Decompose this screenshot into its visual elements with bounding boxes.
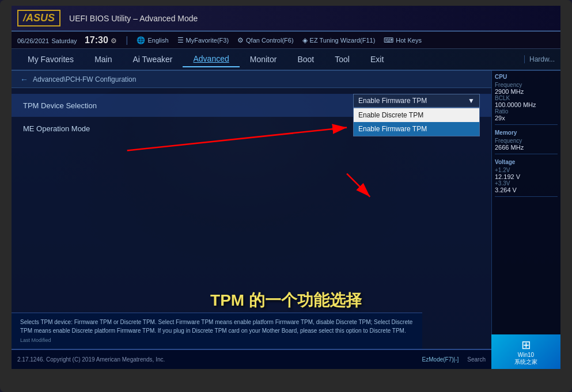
settings-area: TPM Device Selection Enable Firmware TPM…	[12, 88, 491, 146]
bios-title: UEFI BIOS Utility – Advanced Mode	[69, 14, 555, 23]
bios-interface: /ASUS UEFI BIOS Utility – Advanced Mode …	[12, 6, 560, 369]
nav-boot[interactable]: Boot	[287, 52, 324, 67]
back-arrow-icon[interactable]: ←	[20, 75, 28, 84]
nav-menu: My Favorites Main Ai Tweaker Advanced Mo…	[12, 49, 560, 71]
datetime-display: 06/26/2021 Saturday 17:30 ⚙	[17, 35, 117, 45]
breadcrumb: ← Advanced\PCH-FW Configuration	[12, 71, 491, 88]
nav-exit[interactable]: Exit	[360, 52, 394, 67]
myfavorite-button[interactable]: ☰ MyFavorite(F3)	[177, 36, 229, 44]
eztuning-button[interactable]: ◈ EZ Tuning Wizard(F11)	[302, 36, 376, 44]
day-display: Saturday	[52, 37, 77, 44]
nav-advanced[interactable]: Advanced	[183, 51, 239, 67]
tpm-option-firmware[interactable]: Enable Firmware TPM	[354, 122, 479, 136]
nav-my-favorites[interactable]: My Favorites	[17, 52, 84, 67]
qfan-button[interactable]: ⚙ Qfan Control(F6)	[237, 36, 294, 44]
nav-monitor[interactable]: Monitor	[240, 52, 287, 67]
time-display: 17:30	[85, 35, 108, 45]
voltage-section: Voltage +1.2V 12.192 V +3.3V 3.264 V	[495, 159, 558, 197]
header-bar: /ASUS UEFI BIOS Utility – Advanced Mode	[12, 6, 560, 32]
keyboard-icon: ⌨	[384, 36, 393, 44]
tpm-dropdown-value: Enable Firmware TPM	[358, 97, 427, 105]
cpu-freq-value: 2900 MHz	[495, 88, 558, 95]
language-label: English	[147, 37, 168, 44]
cpu-ratio-label: Ratio	[495, 108, 558, 115]
cpu-section: CPU Frequency 2900 MHz BCLK 100.0000 MHz…	[495, 74, 558, 125]
description-text: Selects TPM device: Firmware TPM or Disc…	[20, 318, 414, 335]
qfan-label: Qfan Control(F6)	[246, 37, 294, 44]
svg-line-1	[347, 174, 370, 197]
screen: /ASUS UEFI BIOS Utility – Advanced Mode …	[12, 6, 560, 369]
cpu-freq-label: Frequency	[495, 82, 558, 88]
tpm-device-row: TPM Device Selection Enable Firmware TPM…	[12, 94, 491, 117]
tpm-dropdown-options: Enable Discrete TPM Enable Firmware TPM	[353, 108, 480, 136]
v12-label: +1.2V	[495, 167, 558, 173]
eztuning-label: EZ Tuning Wizard(F11)	[310, 37, 376, 44]
win10-label: Win10 系统之家	[514, 352, 537, 366]
toolbar-row: 06/26/2021 Saturday 17:30 ⚙ | 🌐 English …	[12, 32, 560, 49]
win10-line2: 系统之家	[514, 359, 537, 365]
wand-icon: ◈	[302, 36, 308, 44]
cpu-title: CPU	[495, 74, 558, 80]
nav-main[interactable]: Main	[84, 52, 122, 67]
voltage-title: Voltage	[495, 159, 558, 165]
nav-ai-tweaker[interactable]: Ai Tweaker	[122, 52, 183, 67]
monitor-bezel: /ASUS UEFI BIOS Utility – Advanced Mode …	[0, 0, 572, 392]
tpm-dropdown-container: Enable Firmware TPM ▼ Enable Discrete TP…	[353, 94, 480, 136]
asus-logo: /ASUS	[17, 10, 60, 26]
memory-title: Memory	[495, 130, 558, 136]
right-sidebar: CPU Frequency 2900 MHz BCLK 100.0000 MHz…	[491, 71, 560, 369]
search-button[interactable]: Search	[467, 356, 486, 363]
hotkeys-button[interactable]: ⌨ Hot Keys	[384, 36, 422, 44]
v33-label: +3.3V	[495, 180, 558, 187]
favorite-icon: ☰	[177, 36, 184, 44]
breadcrumb-text: Advanced\PCH-FW Configuration	[33, 75, 136, 83]
divider-1: |	[126, 35, 128, 45]
mem-freq-value: 2666 MHz	[495, 144, 558, 151]
chinese-subtitle: TPM 的一个功能选择	[210, 290, 362, 311]
copyright-text: 2.17.1246. Copyright (C) 2019 American M…	[17, 356, 422, 363]
win10-logo-icon: ⊞	[521, 338, 531, 352]
cpu-bclk-value: 100.0000 MHz	[495, 101, 558, 108]
language-selector[interactable]: 🌐 English	[137, 36, 168, 44]
gear-icon[interactable]: ⚙	[111, 37, 117, 45]
win10-badge: ⊞ Win10 系统之家	[491, 334, 560, 369]
v33-value: 3.264 V	[495, 187, 558, 193]
win10-line1: Win10	[518, 352, 534, 358]
bottom-bar: 2.17.1246. Copyright (C) 2019 American M…	[12, 349, 491, 369]
mem-freq-label: Frequency	[495, 138, 558, 144]
memory-section: Memory Frequency 2666 MHz	[495, 130, 558, 154]
tpm-device-label: TPM Device Selection	[23, 101, 196, 110]
fan-icon: ⚙	[237, 36, 244, 44]
hotkeys-label: Hot Keys	[396, 37, 422, 44]
last-modified-label: Last Modified	[20, 337, 414, 345]
description-bar: Selects TPM device: Firmware TPM or Disc…	[12, 313, 422, 349]
tpm-option-discrete[interactable]: Enable Discrete TPM	[354, 108, 479, 122]
v12-value: 12.192 V	[495, 173, 558, 180]
nav-tool[interactable]: Tool	[324, 52, 360, 67]
cpu-ratio-value: 29x	[495, 115, 558, 121]
dropdown-arrow-icon: ▼	[468, 97, 475, 105]
myfavorite-label: MyFavorite(F3)	[186, 37, 229, 44]
ezmode-button[interactable]: EzMode(F7)|-]	[422, 356, 459, 363]
cpu-bclk-label: BCLK	[495, 95, 558, 101]
content-area: ← Advanced\PCH-FW Configuration TPM Devi…	[12, 71, 560, 369]
tpm-dropdown-selected[interactable]: Enable Firmware TPM ▼	[353, 94, 480, 108]
date-display: 06/26/2021	[17, 37, 49, 44]
hardware-label: Hardw...	[524, 55, 555, 63]
globe-icon: 🌐	[137, 36, 145, 44]
main-content: ← Advanced\PCH-FW Configuration TPM Devi…	[12, 71, 491, 369]
me-operation-label: ME Operation Mode	[23, 124, 196, 133]
